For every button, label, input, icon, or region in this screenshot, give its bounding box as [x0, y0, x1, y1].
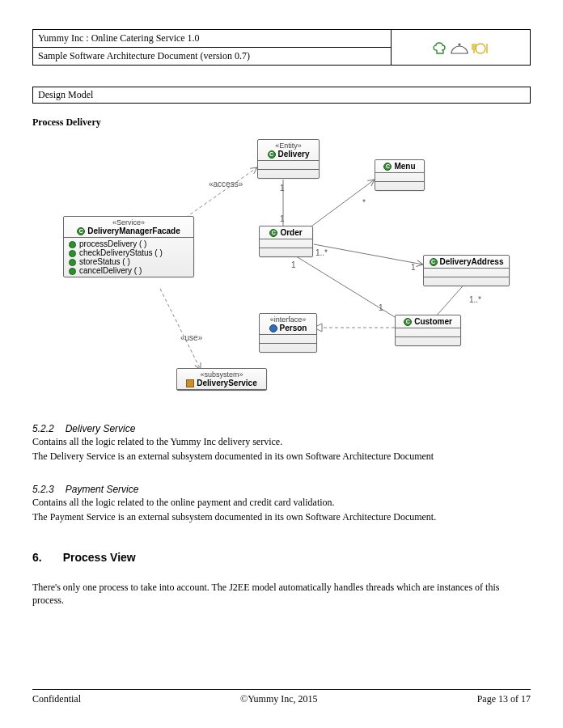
- subsection-522-heading: 5.2.2Delivery Service: [32, 423, 531, 434]
- footer-center: ©Yummy Inc, 2015: [240, 693, 317, 705]
- uml-class-facade: «Service» CDeliveryManagerFacade process…: [63, 216, 194, 277]
- doc-logo-cell: [391, 30, 530, 66]
- doc-subtitle: Sample Software Architecture Document (v…: [33, 48, 392, 66]
- uml-class-address: CDeliveryAddress: [423, 255, 510, 286]
- para-523-l1: Contains all the logic related to the on…: [32, 497, 531, 510]
- label-mult: 1..*: [315, 248, 328, 257]
- label-mult: 1: [411, 263, 416, 272]
- section-6-heading: 6.Process View: [32, 551, 531, 564]
- footer-left: Confidential: [32, 693, 81, 705]
- logo-icons: [432, 40, 489, 52]
- design-model-box: Design Model: [32, 87, 531, 104]
- label-mult: *: [362, 198, 366, 207]
- class-icon: C: [404, 318, 412, 326]
- uml-interface-person: «interface» Person: [259, 313, 317, 353]
- label-mult: 1: [280, 214, 285, 223]
- doc-title: Yummy Inc : Online Catering Service 1.0: [33, 30, 392, 48]
- doc-header: Yummy Inc : Online Catering Service 1.0: [32, 29, 531, 66]
- label-mult: 1: [379, 303, 383, 312]
- uml-class-order: COrder: [259, 226, 313, 257]
- subsystem-icon: [186, 379, 194, 387]
- subsection-523-heading: 5.2.3Payment Service: [32, 484, 531, 495]
- class-icon: C: [269, 229, 277, 237]
- uml-class-menu: CMenu: [375, 159, 425, 191]
- process-delivery-heading: Process Delivery: [32, 116, 531, 129]
- para-522-l2: The Delivery Service is an external subs…: [32, 451, 531, 463]
- footer-right: Page 13 of 17: [477, 693, 531, 705]
- label-mult: 1: [280, 184, 285, 193]
- uml-diagram: «Service» CDeliveryManagerFacade process…: [55, 135, 508, 402]
- uml-subsystem: «subsystem» DeliveryService: [176, 368, 267, 391]
- para-523-l2: The Payment Service is an external subsy…: [32, 511, 531, 524]
- label-mult: 1: [291, 260, 296, 269]
- svg-line-3: [160, 289, 201, 370]
- page-footer: Confidential ©Yummy Inc, 2015 Page 13 of…: [32, 689, 531, 705]
- chef-cloche-plate-icon: [432, 39, 489, 57]
- uml-class-delivery: «Entity» CDelivery: [257, 139, 320, 179]
- class-icon: C: [383, 163, 392, 171]
- para-522-l1: Contains all the logic related to the Yu…: [32, 436, 531, 449]
- uml-class-customer: CCustomer: [395, 315, 461, 346]
- svg-point-0: [459, 44, 460, 45]
- label-mult: 1..*: [469, 295, 481, 304]
- class-icon: C: [268, 150, 276, 159]
- class-icon: C: [430, 258, 438, 266]
- svg-line-6: [314, 244, 423, 265]
- label-access: «access»: [209, 180, 243, 188]
- interface-icon: [269, 324, 277, 332]
- label-use: «use»: [180, 333, 202, 342]
- svg-point-1: [476, 44, 485, 53]
- class-icon: C: [77, 227, 85, 235]
- section-6-body: There's only one process to take into ac…: [32, 582, 531, 607]
